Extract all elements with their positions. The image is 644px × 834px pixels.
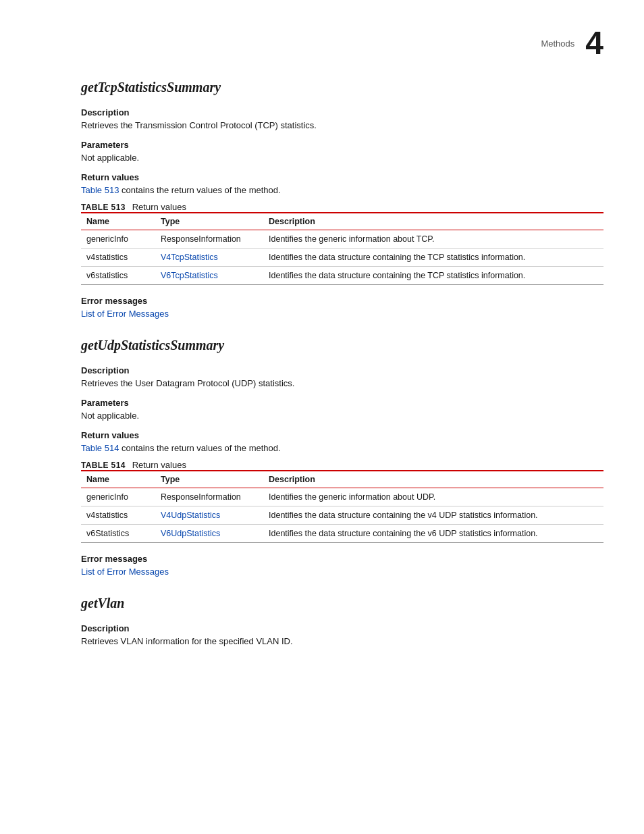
return-values-intro-udp: Table 514 contains the return values of …	[81, 443, 603, 453]
table-513-header-type: Type	[155, 213, 263, 230]
parameters-text-tcp: Not applicable.	[81, 153, 603, 163]
row-name: v4statistics	[81, 506, 155, 525]
return-values-label-udp: Return values	[81, 430, 603, 440]
v4tcpstatistics-link[interactable]: V4TcpStatistics	[161, 253, 218, 262]
description-label-vlan: Description	[81, 623, 603, 633]
section-getUdpStatisticsSummary: getUdpStatisticsSummary Description Retr…	[81, 338, 603, 577]
table-514-header-row: Name Type Description	[81, 471, 603, 488]
table-513-label-row: TABLE 513 Return values	[81, 202, 603, 212]
return-values-intro-tcp: Table 513 contains the return values of …	[81, 185, 603, 195]
row-desc: Identifies the generic information about…	[263, 230, 603, 249]
row-type: V6UdpStatistics	[155, 525, 263, 543]
error-messages-udp-link[interactable]: List of Error Messages	[81, 567, 169, 577]
table-514-header-desc: Description	[263, 471, 603, 488]
description-label-udp: Description	[81, 365, 603, 375]
error-messages-label-tcp: Error messages	[81, 296, 603, 306]
table-row: v4statistics V4UdpStatistics Identifies …	[81, 506, 603, 525]
table-514-header-type: Type	[155, 471, 263, 488]
table-513-header-name: Name	[81, 213, 155, 230]
parameters-label-udp: Parameters	[81, 398, 603, 408]
row-type: V4UdpStatistics	[155, 506, 263, 525]
section-title-vlan: getVlan	[81, 596, 603, 611]
table-513-header-desc: Description	[263, 213, 603, 230]
row-name: genericInfo	[81, 488, 155, 506]
description-text-tcp: Retrieves the Transmission Control Proto…	[81, 120, 603, 130]
table-row: v6Statistics V6UdpStatistics Identifies …	[81, 525, 603, 543]
table-513: Name Type Description genericInfo Respon…	[81, 212, 603, 285]
description-label-tcp: Description	[81, 107, 603, 118]
row-type: ResponseInformation	[155, 230, 263, 249]
row-name: v4statistics	[81, 249, 155, 267]
table-514-header-name: Name	[81, 471, 155, 488]
chapter-label: Methods	[541, 38, 574, 49]
table-row: genericInfo ResponseInformation Identifi…	[81, 488, 603, 506]
section-title-udp: getUdpStatisticsSummary	[81, 338, 603, 353]
chapter-number: 4	[585, 27, 603, 59]
row-type: V6TcpStatistics	[155, 267, 263, 285]
table-514-link[interactable]: Table 514	[81, 443, 119, 453]
v6udpstatistics-link[interactable]: V6UdpStatistics	[161, 529, 220, 538]
table-row: genericInfo ResponseInformation Identifi…	[81, 230, 603, 249]
error-messages-link-tcp: List of Error Messages	[81, 309, 603, 319]
parameters-text-udp: Not applicable.	[81, 411, 603, 421]
table-514: Name Type Description genericInfo Respon…	[81, 470, 603, 543]
section-getVlan: getVlan Description Retrieves VLAN infor…	[81, 596, 603, 646]
row-desc: Identifies the data structure containing…	[263, 525, 603, 543]
row-desc: Identifies the data structure containing…	[263, 267, 603, 285]
return-values-label-tcp: Return values	[81, 172, 603, 182]
v4udpstatistics-link[interactable]: V4UdpStatistics	[161, 511, 220, 520]
table-514-label: TABLE 514	[81, 461, 126, 470]
table-513-title: Return values	[132, 202, 186, 212]
table-514-title: Return values	[132, 460, 186, 470]
table-513-link[interactable]: Table 513	[81, 185, 119, 195]
row-name: genericInfo	[81, 230, 155, 249]
section-getTcpStatisticsSummary: getTcpStatisticsSummary Description Retr…	[81, 80, 603, 319]
page-header: Methods 4	[81, 27, 603, 59]
return-values-intro-text-udp: contains the return values of the method…	[122, 443, 281, 453]
row-type: V4TcpStatistics	[155, 249, 263, 267]
error-messages-tcp-link[interactable]: List of Error Messages	[81, 309, 169, 319]
row-desc: Identifies the data structure containing…	[263, 506, 603, 525]
section-title-tcp: getTcpStatisticsSummary	[81, 80, 603, 95]
table-514-label-row: TABLE 514 Return values	[81, 460, 603, 470]
error-messages-label-udp: Error messages	[81, 554, 603, 564]
row-desc: Identifies the generic information about…	[263, 488, 603, 506]
table-row: v4statistics V4TcpStatistics Identifies …	[81, 249, 603, 267]
row-desc: Identifies the data structure containing…	[263, 249, 603, 267]
table-513-header-row: Name Type Description	[81, 213, 603, 230]
description-text-vlan: Retrieves VLAN information for the speci…	[81, 636, 603, 646]
table-513-label: TABLE 513	[81, 203, 126, 212]
parameters-label-tcp: Parameters	[81, 140, 603, 150]
description-text-udp: Retrieves the User Datagram Protocol (UD…	[81, 378, 603, 388]
table-row: v6statistics V6TcpStatistics Identifies …	[81, 267, 603, 285]
return-values-intro-text-tcp: contains the return values of the method…	[122, 185, 281, 195]
row-name: v6statistics	[81, 267, 155, 285]
row-name: v6Statistics	[81, 525, 155, 543]
v6tcpstatistics-link[interactable]: V6TcpStatistics	[161, 271, 218, 280]
row-type: ResponseInformation	[155, 488, 263, 506]
error-messages-link-udp: List of Error Messages	[81, 567, 603, 577]
